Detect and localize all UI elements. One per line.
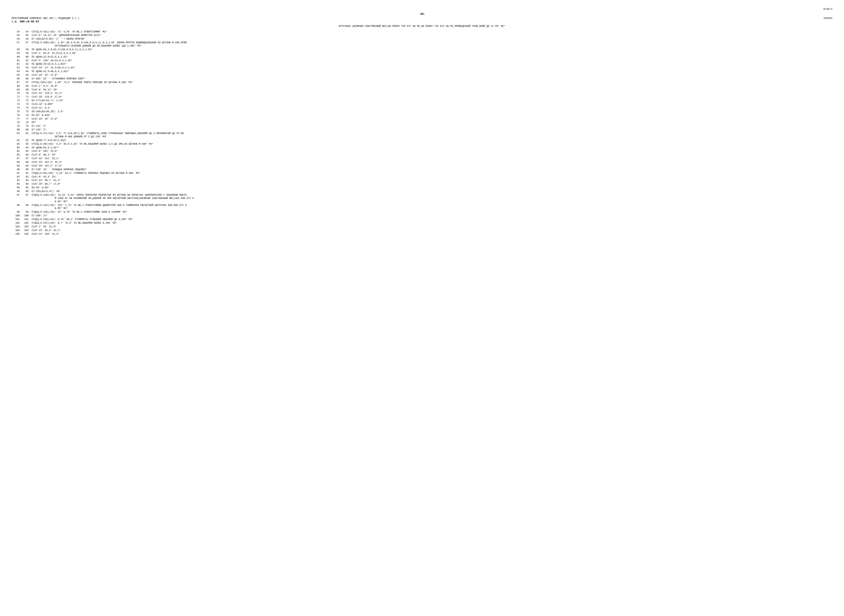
- row-num-2: 79: [21, 125, 31, 128]
- row-num-1: 103: [12, 225, 21, 229]
- table-row: 5757СТССЦ-9-288(=10)' 1,44' 69,4-0,82,2+…: [12, 41, 832, 48]
- row-num-1: 96: [12, 190, 21, 194]
- row-content: Е7-209' 17*: [31, 214, 832, 218]
- row-num-2: 98: [21, 204, 31, 211]
- row-num-1: 90: [12, 168, 21, 172]
- row-num-2: 62: [21, 62, 31, 66]
- row-num-2: 69: [21, 88, 31, 92]
- row-content: П2 ЦЕНА:85,9-1,63**: [31, 146, 832, 150]
- row-num-1: 68: [12, 84, 21, 88]
- table-row: 8787С147-16' 151' 32,1*: [12, 157, 832, 160]
- row-num-2: 54: [21, 30, 31, 34]
- row-num-2: 91: [21, 172, 31, 175]
- row-num-2: 104: [21, 229, 31, 232]
- row-num-2: 81: [21, 132, 31, 139]
- row-num-1: 55: [12, 34, 21, 37]
- row-content: СТССЦ-8-431(=10)' 72' 9,55' ТО ЖЕ,С ОТВЕ…: [31, 30, 832, 34]
- row-num-1: 56: [12, 37, 21, 41]
- row-num-2: 103: [21, 225, 31, 229]
- row-num-1: 79: [12, 125, 21, 128]
- row-content: Р6*: [31, 121, 832, 125]
- row-content: С147-29' 98,7' 17,8*: [31, 182, 832, 186]
- row-content: Е7-665' 52' ' УСТАНОВКА ОПОРНЫХ ПЛИТ*: [31, 77, 832, 81]
- table-row: 6363С147-24' 14' 41,5+40,0,4,1,02*: [12, 66, 832, 70]
- row-content: С147-29' 44' 17,8*: [31, 117, 832, 121]
- row-content: Е6-63' 0,044*: [31, 114, 832, 117]
- row-content: С147-24' 103' 41,3*: [31, 232, 832, 236]
- table-row: 8585С147-6' 592' 23,9*: [12, 150, 832, 153]
- table-row: 9393С147-24' 98,7' 41,3*: [12, 179, 832, 182]
- table-row: 100100Е7-209' 17*: [12, 214, 832, 218]
- row-content: С147-24' 167,5' 41,3*: [31, 160, 832, 164]
- table-row: 7676Е6-63' 0,044*: [12, 114, 832, 117]
- row-num-1: 76: [12, 114, 21, 117]
- row-num-1: 99: [12, 210, 21, 214]
- row-num-2: 94: [21, 182, 31, 186]
- row-num-2: 71: [21, 95, 31, 99]
- row-num-2: 77: [21, 117, 31, 121]
- row-num-1: 66: [12, 77, 21, 81]
- row-num-2: 86: [21, 153, 31, 157]
- row-num-2: 55: [21, 34, 31, 37]
- table-row: 7272Е5-177(А2=43,7)' 2,32*: [12, 99, 832, 103]
- row-content: Е7-183(А2=3,47)' 36*: [31, 190, 832, 194]
- row-num-2: 88: [21, 160, 31, 164]
- row-num-1: 77: [12, 117, 21, 121]
- row-num-1: 70: [12, 92, 21, 95]
- row-num-2: 83: [21, 142, 31, 146]
- row-num-1: 95: [12, 186, 21, 190]
- row-num-2: 59: [21, 51, 31, 55]
- row-num-2: 63: [21, 66, 31, 70]
- row-num-2: 70: [21, 92, 31, 95]
- row-num-2: 66: [21, 77, 31, 81]
- row-content: Е7-130' 15' ' УКЛАДКА ОПОРНЫХ ПОДУШЕК*: [31, 168, 832, 172]
- row-num-1: 104: [12, 229, 21, 232]
- row-content: СТЦСЦ-8-236(=10)' 0,76' 99,2' СТОИМОСТЬ …: [31, 218, 832, 221]
- table-row: 8181СТССЦ-8-47(=10)' 3,5' 77,3+0,82+1,63…: [12, 132, 832, 139]
- table-row: 7575Е6-169(А2=30,29)' 2,6*: [12, 110, 832, 114]
- row-content: Е5-177(А2=43,7)' 2,32*: [31, 99, 832, 103]
- table-row: 5555С147-8' 14,13' 25' ДОПОЛНИТЕЛЬНАЯ АР…: [12, 34, 832, 37]
- table-row: 9595Е8-59' 0,09*: [12, 186, 832, 190]
- row-num-2: 68: [21, 84, 31, 88]
- row-num-1: 61: [12, 59, 21, 63]
- table-row: 8484П2 ЦЕНА:85,9-1,63**: [12, 146, 832, 150]
- row-num-2: 87: [21, 157, 31, 160]
- row-content: С147-8' 14,13' 25' ДОПОЛНИТЕЛЬНАЯ АРМАТУ…: [31, 34, 832, 37]
- header-line: ПРОГРАММНЫЙ КОМПЛЕКС АВС-3ЕС ( РЕДАКЦИЯ …: [12, 17, 832, 20]
- row-num-1: 98: [12, 204, 21, 211]
- row-content: Е8-59' 0,09*: [31, 186, 832, 190]
- row-content: С147-1' 0,5' 22,9*: [31, 84, 832, 88]
- row-num-2: 57: [21, 41, 31, 48]
- row-num-2: 64: [21, 70, 31, 73]
- row-num-2: 101: [21, 218, 31, 221]
- row-content: С147-6' 592' 23,9*: [31, 150, 832, 153]
- row-num-1: 67: [12, 81, 21, 84]
- table-row: 8282П2 ЦЕНА:77,3+0,82+1,63#*: [12, 139, 832, 142]
- row-num-2: 74: [21, 106, 31, 110]
- table-row: 6868С147-1' 0,5' 22,9*: [12, 84, 832, 88]
- row-num-2: 92: [21, 175, 31, 179]
- table-row: 9696Е7-183(А2=3,47)' 36*: [12, 190, 832, 194]
- table-row: 7878Р6*: [12, 121, 832, 125]
- row-content: СТЦСЦ-8-156(=10)' 54' 8,76' ТО ЖЕ,С ОТВЕ…: [31, 210, 832, 214]
- row-content: С147-29' 219,6' 17,8*: [31, 95, 832, 99]
- table-row: 5959С147-1' 81,8' 22,9+22,0,4,1,02*: [12, 51, 832, 55]
- row-num-1: 100: [12, 214, 21, 218]
- row-num-2: 58: [21, 48, 31, 51]
- row-content: П2 ЦЕНА:22,9+22,0,4,1,02*: [31, 55, 832, 59]
- row-num-1: 80: [12, 128, 21, 132]
- row-num-1: 97: [12, 194, 21, 204]
- row-content: СТССЦ-235(=10)' 1,05' 74,5' ОПОРНЫЕ ПЛИТ…: [31, 81, 832, 84]
- row-num-2: 89: [21, 164, 31, 168]
- row-content: С147-24' 14' 41,5+40,0,4,1,02*: [31, 66, 832, 70]
- table-row: 7171С147-29' 219,6' 17,8*: [12, 95, 832, 99]
- table-row: 8080Е7-143' 3*: [12, 128, 832, 132]
- row-num-1: 65: [12, 73, 21, 77]
- row-content: СТЦСЦ-9-92(=10)' 1,24' 64,4' СТОИМОСТЬ О…: [31, 172, 832, 175]
- row-num-1: 81: [12, 132, 21, 139]
- table-row: 8888С147-24' 167,5' 41,3*: [12, 160, 832, 164]
- row-num-1: 94: [12, 182, 21, 186]
- header-left: ПРОГРАММНЫЙ КОМПЛЕКС АВС-3ЕС ( РЕДАКЦИЯ …: [12, 17, 79, 20]
- row-content: П2 ЦЕНА:41,5+40,0,4,1,02s*: [31, 70, 832, 73]
